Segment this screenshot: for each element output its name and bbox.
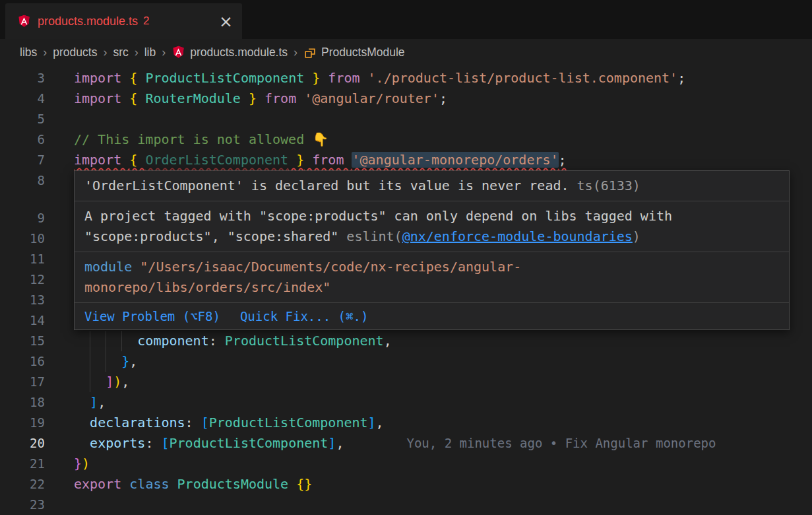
line-content[interactable]: }, (45, 351, 812, 372)
line-number-10[interactable]: 10 (0, 228, 45, 249)
line-number-19[interactable]: 19 (0, 413, 45, 433)
token-pn: , (336, 435, 344, 451)
angular-icon (172, 46, 185, 59)
token-cm: // This import is not allowed 👇 (74, 131, 328, 147)
token-prop: exports (90, 435, 145, 451)
breadcrumb-item-lib[interactable]: lib (144, 46, 156, 59)
line-number-21[interactable]: 21 (0, 454, 45, 474)
code-line-15[interactable]: 15 component: ProductListComponent, (0, 331, 812, 351)
token-b1: } (288, 152, 304, 168)
line-number-6[interactable]: 6 (0, 129, 45, 150)
breadcrumb-item-src[interactable]: src (113, 46, 128, 59)
line-number-12[interactable]: 12 (0, 269, 45, 290)
token-kw: from (304, 152, 352, 168)
line-number-17[interactable]: 17 (0, 372, 45, 392)
line-number-3[interactable]: 3 (0, 68, 45, 88)
code-line-18[interactable]: 18 ], (0, 392, 812, 413)
code-line-21[interactable]: 21}) (0, 454, 812, 474)
code-line-5[interactable]: 5 (0, 109, 812, 129)
indent-guide (121, 331, 122, 351)
token-type: ProductsModule (177, 476, 297, 492)
token-b3: ] (328, 435, 336, 451)
line-content[interactable] (45, 109, 812, 129)
line-number-5[interactable]: 5 (0, 109, 45, 129)
token-pn: , (129, 353, 137, 369)
token-b2: ] (106, 374, 113, 390)
git-blame-annotation: You, 2 minutes ago • Fix Angular monorep… (406, 436, 716, 450)
line-number-8[interactable]: 8 (0, 170, 45, 191)
token-prop: component (137, 333, 208, 349)
hover-message: A project tagged with "scope:products" c… (75, 201, 789, 252)
line-number-22[interactable]: 22 (0, 474, 45, 495)
line-number-18[interactable]: 18 (0, 392, 45, 413)
line-number-16[interactable]: 16 (0, 351, 45, 372)
token-ws (74, 415, 90, 430)
chevron-right-icon: › (162, 46, 166, 59)
breadcrumb-item-productsmodule[interactable]: ProductsModule (303, 46, 404, 59)
token-pn: , (98, 394, 106, 410)
token-type: ProductListComponent (209, 415, 368, 430)
token-b3: [ (161, 435, 169, 451)
code-line-22[interactable]: 22export class ProductsModule {} (0, 474, 812, 495)
lint-rule-link[interactable]: @nx/enforce-module-boundaries (402, 228, 633, 244)
line-number-15[interactable]: 15 (0, 331, 45, 351)
line-number-14[interactable]: 14 (0, 310, 45, 331)
indent-guide (106, 331, 106, 351)
token-kw2: class (129, 476, 177, 492)
line-number-9[interactable]: 9 (0, 208, 45, 228)
view-problem-action[interactable]: View Problem (⌥F8) (84, 306, 220, 326)
breadcrumb-item-products[interactable]: products (53, 46, 97, 59)
breadcrumb-label: lib (144, 46, 156, 59)
line-content[interactable]: ], (45, 392, 812, 413)
code-line-20[interactable]: 20 exports: [ProductListComponent],You, … (0, 433, 812, 454)
line-number-23[interactable]: 23 (0, 495, 45, 515)
line-content[interactable]: ]), (45, 372, 812, 392)
line-content[interactable] (45, 495, 812, 515)
token-b3: ] (90, 394, 98, 410)
code-line-19[interactable]: 19 declarations: [ProductListComponent], (0, 413, 812, 433)
line-content[interactable]: // This import is not allowed 👇 (45, 129, 812, 150)
indent-guide (90, 331, 90, 351)
token-pn: , (384, 333, 392, 349)
breadcrumb-item-products-module-ts[interactable]: products.module.ts (172, 46, 288, 59)
token-typedim: OrderListComponent (145, 152, 288, 168)
breadcrumb-item-libs[interactable]: libs (20, 46, 37, 59)
code-line-4[interactable]: 4import { RouterModule } from '@angular/… (0, 88, 812, 109)
tab-title: products.module.ts (38, 15, 138, 28)
hover-text-text: "scope:products", "scope:shared" (84, 228, 346, 244)
line-content[interactable]: declarations: [ProductListComponent], (45, 413, 812, 433)
token-kw: from (320, 70, 367, 86)
indent-guide (90, 372, 90, 392)
line-number-4[interactable]: 4 (0, 88, 45, 109)
token-type: ProductListComponent (145, 70, 304, 86)
token-b3: } (121, 353, 129, 369)
line-number-7[interactable]: 7 (0, 150, 45, 170)
hover-status-bar: View Problem (⌥F8)Quick Fix... (⌘.) (75, 303, 789, 329)
token-str: '@angular/router' (304, 90, 439, 106)
hover-text-str: monorepo/libs/orders/src/index" (84, 279, 330, 295)
code-line-7[interactable]: 7import { OrderListComponent } from '@an… (0, 150, 812, 170)
line-number-13[interactable]: 13 (0, 290, 45, 310)
quick-fix-action[interactable]: Quick Fix... (⌘.) (240, 306, 368, 326)
code-line-3[interactable]: 3import { ProductListComponent } from '.… (0, 68, 812, 88)
line-number-11[interactable]: 11 (0, 249, 45, 269)
line-number-20[interactable]: 20 (0, 433, 45, 454)
hover-body: 'OrderListComponent' is declared but its… (75, 171, 789, 303)
line-content[interactable]: exports: [ProductListComponent],You, 2 m… (45, 433, 812, 454)
line-content[interactable]: export class ProductsModule {} (45, 474, 812, 495)
line-content[interactable]: import { RouterModule } from '@angular/r… (45, 88, 812, 109)
line-content[interactable]: }) (45, 454, 812, 474)
close-icon[interactable]: × (219, 13, 233, 30)
code-line-17[interactable]: 17 ]), (0, 372, 812, 392)
code-line-23[interactable]: 23 (0, 495, 812, 515)
token-pn: : (145, 435, 161, 451)
code-line-6[interactable]: 6// This import is not allowed 👇 (0, 129, 812, 150)
hover-text-dim: ) (633, 228, 640, 244)
indent-guide (106, 351, 106, 372)
editor-tab-products-module[interactable]: products.module.ts 2 × (5, 3, 242, 39)
line-content[interactable]: import { OrderListComponent } from '@ang… (45, 150, 812, 170)
line-content[interactable]: component: ProductListComponent, (45, 331, 812, 351)
code-line-16[interactable]: 16 }, (0, 351, 812, 372)
line-content[interactable]: import { ProductListComponent } from './… (45, 68, 812, 88)
code-editor: 3import { ProductListComponent } from '.… (0, 66, 812, 515)
